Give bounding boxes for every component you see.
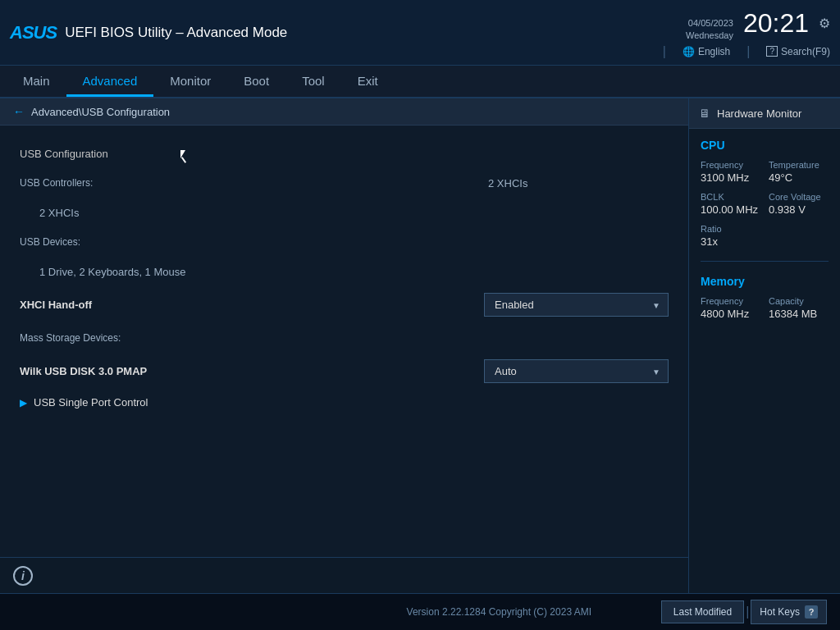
version-text: Version 2.22.1284 Copyright (C) 2023 AMI [337,606,661,618]
main-panel: ← Advanced\USB Configuration USB Configu… [0,98,688,593]
breadcrumb[interactable]: ← Advanced\USB Configuration [0,98,688,126]
memory-section: Memory Frequency 4800 MHz Capacity 16384… [689,265,840,330]
memory-capacity-label: Capacity [769,296,829,306]
usb-single-port-row[interactable]: ▶ USB Single Port Control [0,390,688,415]
tab-boot[interactable]: Boot [227,67,285,97]
nav-bar: Main Advanced Monitor Boot Tool Exit [0,66,840,98]
datetime-row: 04/05/2023 Wednesday 20:21 ⚙ [686,6,830,41]
tab-tool[interactable]: Tool [285,67,341,97]
tab-advanced[interactable]: Advanced [66,67,154,97]
settings-content: USB Configuration USB Controllers: 2 XHC… [0,126,688,557]
content-wrapper: ← Advanced\USB Configuration USB Configu… [0,98,840,593]
xhci-handoff-row[interactable]: XHCI Hand-off Enabled Disabled [0,286,688,323]
wilk-usb-label: Wilk USB DISK 3.0 PMAP [20,365,484,377]
usb-devices-value: 1 Drive, 2 Keyboards, 1 Mouse [20,266,669,278]
memory-frequency-label: Frequency [701,296,760,306]
usb-controllers-value: 2 XHCIs [488,177,669,189]
usb-controllers-label: USB Controllers: [20,177,488,189]
cpu-frequency-label: Frequency [701,160,760,170]
hardware-monitor-sidebar: 🖥 Hardware Monitor CPU Frequency 3100 MH… [688,98,840,593]
asus-logo: ASUS UEFI BIOS Utility – Advanced Mode [10,22,287,43]
usb-configuration-header-row: USB Configuration [0,139,688,168]
hw-monitor-header: 🖥 Hardware Monitor [689,98,840,129]
usb-controllers-row: USB Controllers: 2 XHCIs [0,168,688,198]
app-title: UEFI BIOS Utility – Advanced Mode [65,25,287,41]
settings-icon[interactable]: ⚙ [819,16,830,31]
cpu-section-title: CPU [701,139,829,152]
wilk-usb-select[interactable]: Auto Floppy Forced FDD Hard Disk CD-ROM [484,359,669,383]
help-icon: ? [805,605,818,619]
xhci-handoff-dropdown-wrapper[interactable]: Enabled Disabled [484,293,669,317]
search-text: Search(F9) [781,46,830,57]
usb-devices-row: USB Devices: [0,227,688,257]
xhcis-value: 2 XHCIs [20,207,669,219]
cpu-section: CPU Frequency 3100 MHz Temperature 49°C … [689,129,840,258]
cpu-temperature-label: Temperature [769,160,829,170]
usb-configuration-label: USB Configuration [20,148,669,160]
cpu-ratio-value: 31x [701,235,760,248]
cpu-bclk-item: BCLK 100.00 MHz [701,192,760,216]
date-display: 04/05/2023 Wednesday [686,6,733,41]
wilk-usb-dropdown-wrapper[interactable]: Auto Floppy Forced FDD Hard Disk CD-ROM [484,359,669,383]
cpu-core-voltage-item: Core Voltage 0.938 V [769,192,829,216]
back-arrow-icon: ← [13,105,25,118]
cpu-frequency-item: Frequency 3100 MHz [701,160,760,184]
memory-frequency-item: Frequency 4800 MHz [701,296,760,320]
wilk-usb-row[interactable]: Wilk USB DISK 3.0 PMAP Auto Floppy Force… [0,353,688,390]
memory-capacity-item: Capacity 16384 MB [769,296,829,320]
breadcrumb-text: Advanced\USB Configuration [31,106,170,118]
xhci-handoff-select[interactable]: Enabled Disabled [484,293,669,317]
hot-keys-text: Hot Keys [760,606,800,618]
memory-grid: Frequency 4800 MHz Capacity 16384 MB [701,296,829,320]
tab-exit[interactable]: Exit [341,67,395,97]
last-modified-button[interactable]: Last Modified [661,600,744,623]
xhci-handoff-label: XHCI Hand-off [20,299,484,311]
cpu-temperature-value: 49°C [769,171,829,184]
usb-devices-label: USB Devices: [20,236,669,248]
tab-monitor[interactable]: Monitor [153,67,227,97]
cpu-ratio-item: Ratio 31x [701,224,760,248]
main-layout: ASUS UEFI BIOS Utility – Advanced Mode 0… [0,0,840,630]
memory-frequency-value: 4800 MHz [701,308,760,320]
language-text: English [698,46,730,57]
cpu-temperature-item: Temperature 49°C [769,160,829,184]
header: ASUS UEFI BIOS Utility – Advanced Mode 0… [0,0,840,66]
monitor-icon: 🖥 [699,107,710,120]
header-links: | 🌐 English | ? Search(F9) [660,44,830,59]
mass-storage-row: Mass Storage Devices: [0,323,688,353]
expand-arrow-icon: ▶ [20,397,27,409]
cpu-grid: Frequency 3100 MHz Temperature 49°C BCLK… [701,160,829,248]
xhcis-row: 2 XHCIs [0,198,688,227]
globe-icon: 🌐 [682,46,695,57]
hw-divider [701,261,829,262]
bottom-right: Last Modified | Hot Keys ? [661,600,827,624]
asus-brand: ASUS [10,22,57,43]
hot-keys-button[interactable]: Hot Keys ? [751,600,827,624]
info-bar: i [0,557,688,593]
cpu-bclk-label: BCLK [701,192,760,202]
time-display: 20:21 [743,8,809,39]
memory-section-title: Memory [701,275,829,288]
header-right: 04/05/2023 Wednesday 20:21 ⚙ | 🌐 English… [660,6,830,59]
usb-single-port-label: USB Single Port Control [34,396,148,409]
mass-storage-label: Mass Storage Devices: [20,332,669,344]
language-link[interactable]: 🌐 English [682,46,730,57]
hw-monitor-title: Hardware Monitor [717,107,801,120]
cpu-core-voltage-value: 0.938 V [769,203,829,216]
memory-capacity-value: 16384 MB [769,308,829,320]
cpu-core-voltage-label: Core Voltage [769,192,829,202]
cpu-bclk-value: 100.00 MHz [701,203,760,216]
cpu-frequency-value: 3100 MHz [701,171,760,184]
tab-main[interactable]: Main [7,67,66,97]
cpu-ratio-label: Ratio [701,224,760,234]
usb-devices-value-row: 1 Drive, 2 Keyboards, 1 Mouse [0,257,688,286]
search-link[interactable]: ? Search(F9) [766,46,830,57]
info-icon: i [13,566,33,586]
bottom-bar: Version 2.22.1284 Copyright (C) 2023 AMI… [0,593,840,630]
search-help-icon: ? [766,46,778,57]
